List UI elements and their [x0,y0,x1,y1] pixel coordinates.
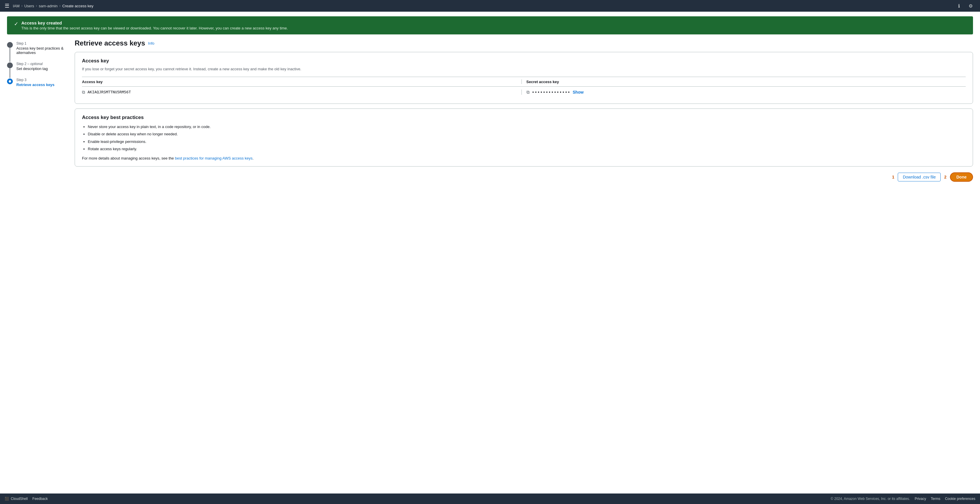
step-1-number: Step 1 [16,41,65,46]
success-body: This is the only time that the secret ac… [21,26,288,30]
breadcrumb: IAM › Users › sam-admin › Create access … [13,4,93,8]
feedback-link[interactable]: Feedback [32,497,48,501]
step-2: Step 2 – optional Set description tag [7,62,65,78]
show-secret-key-link[interactable]: Show [573,90,584,94]
stepper: Step 1 Access key best practices & alter… [7,39,65,191]
top-navigation: ☰ IAM › Users › sam-admin › Create acces… [0,0,980,12]
step-2-label: Set description tag [16,67,48,71]
page-content: Step 1 Access key best practices & alter… [0,39,980,191]
terms-link[interactable]: Terms [931,497,940,501]
best-practices-footer: For more details about managing access k… [82,156,966,161]
copy-secret-key-icon[interactable]: ⧉ [527,89,530,95]
step-2-dot [7,62,13,68]
list-item: Rotate access keys regularly. [88,146,966,152]
step-3: Step 3 Retrieve access keys [7,78,65,94]
step-2-number: Step 2 – optional [16,62,48,66]
page-title: Retrieve access keys Info [75,39,973,47]
step-1-label: Access key best practices & alternatives [16,46,65,55]
step-3-text: Step 3 Retrieve access keys [16,78,54,94]
step-1: Step 1 Access key best practices & alter… [7,41,65,62]
cloudshell-label: CloudShell [11,497,28,501]
access-key-value: AKIAQJRSMTTNU5RM56T [88,90,131,94]
step-1-text: Step 1 Access key best practices & alter… [16,41,65,62]
main-wrapper: ✓ Access key created This is the only ti… [0,12,980,493]
list-item: Never store your access key in plain tex… [88,124,966,130]
cloudshell-button[interactable]: ⬛ CloudShell [5,497,28,501]
access-key-table-header: Access key Secret access key [82,77,966,87]
user-menu-button[interactable]: ⚙ [966,1,975,11]
secret-key-masked: •••••••••••••• [532,90,571,94]
breadcrumb-iam[interactable]: IAM [13,4,19,8]
download-csv-button[interactable]: Download .csv file [898,173,940,181]
step-3-label: Retrieve access keys [16,83,54,87]
footer: ⬛ CloudShell Feedback © 2024, Amazon Web… [0,493,980,504]
access-key-cell: ⧉ AKIAQJRSMTTNU5RM56T [82,89,522,95]
cookie-preferences-link[interactable]: Cookie preferences [945,497,975,501]
step-2-connector [7,62,13,78]
done-button[interactable]: Done [950,172,973,182]
cloudshell-icon: ⬛ [5,497,9,501]
step-1-line [10,48,10,62]
breadcrumb-sep-3: › [59,4,60,8]
breadcrumb-sep-2: › [36,4,37,8]
success-banner: ✓ Access key created This is the only ti… [7,16,973,34]
step-1-dot [7,42,13,48]
breadcrumb-sep-1: › [21,4,22,8]
best-practices-list: Never store your access key in plain tex… [82,124,966,152]
col2-header: Secret access key [522,79,966,84]
step-3-connector [7,78,13,94]
info-link[interactable]: Info [148,41,154,46]
download-number-label: 1 [892,175,894,180]
access-key-table: Access key Secret access key ⧉ AKIAQJRSM… [82,77,966,98]
access-key-table-row: ⧉ AKIAQJRSMTTNU5RM56T ⧉ •••••••••••••• S… [82,87,966,98]
step-1-connector [7,41,13,62]
list-item: Disable or delete access key when no lon… [88,131,966,137]
info-button[interactable]: ℹ [955,1,964,11]
step-3-number: Step 3 [16,78,54,82]
access-key-card-desc: If you lose or forget your secret access… [82,66,966,72]
breadcrumb-sam-admin[interactable]: sam-admin [39,4,57,8]
breadcrumb-users[interactable]: Users [24,4,34,8]
secret-key-cell: ⧉ •••••••••••••• Show [522,89,966,95]
nav-icon-group: ℹ ⚙ [955,1,975,11]
best-practices-link[interactable]: best practices for managing AWS access k… [175,156,253,161]
copyright-text: © 2024, Amazon Web Services, Inc. or its… [830,497,910,501]
list-item: Enable least-privilege permissions. [88,139,966,145]
success-check-icon: ✓ [14,21,18,27]
access-key-card-title: Access key [82,58,966,64]
best-practices-title: Access key best practices [82,114,966,121]
action-buttons: 1 Download .csv file 2 Done [75,172,973,182]
done-number-label: 2 [944,175,947,180]
success-content: Access key created This is the only time… [21,21,288,30]
success-title: Access key created [21,21,288,25]
main-section: Retrieve access keys Info Access key If … [75,39,973,191]
footer-links: Privacy Terms Cookie preferences [915,497,975,501]
access-key-card: Access key If you lose or forget your se… [75,52,973,104]
step-3-dot [7,78,13,84]
privacy-link[interactable]: Privacy [915,497,926,501]
col1-header: Access key [82,79,522,84]
step-2-line [10,68,10,78]
step-2-text: Step 2 – optional Set description tag [16,62,48,78]
copy-access-key-icon[interactable]: ⧉ [82,89,85,95]
hamburger-menu-icon[interactable]: ☰ [5,3,10,9]
best-practices-card: Access key best practices Never store yo… [75,108,973,167]
breadcrumb-current: Create access key [62,4,93,8]
